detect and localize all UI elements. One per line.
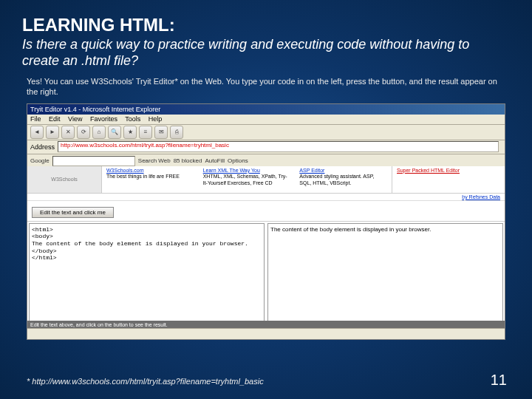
code-pane[interactable]: <html> <body> The content of the body el… [29, 223, 265, 324]
page-content: W3Schools W3Schools.com The best things … [27, 166, 505, 329]
back-button[interactable]: ◄ [30, 126, 44, 139]
col3-link[interactable]: ASP Editor [299, 168, 387, 174]
google-search-web[interactable]: Search Web [138, 157, 171, 164]
code-l5: </html> [32, 254, 262, 262]
code-l1: <html> [32, 226, 262, 233]
google-logo: Google [30, 157, 50, 164]
refresh-button[interactable]: ⟳ [77, 126, 90, 139]
col2-t1: XHTML, XML, Schemas, [203, 174, 260, 179]
menu-view[interactable]: View [68, 115, 82, 123]
stop-button[interactable]: ✕ [61, 126, 75, 139]
tagline[interactable]: by Refsnes Data [27, 194, 505, 201]
menu-file[interactable]: File [30, 115, 41, 123]
menu-edit[interactable]: Edit [49, 115, 61, 123]
google-blocked[interactable]: 85 blocked [174, 157, 202, 164]
menu-tools[interactable]: Tools [125, 115, 140, 123]
header-col-2: Learn XML The Way You XHTML, XML, Schema… [199, 166, 296, 193]
slide-description: Yes! You can use W3Schools' Tryit Editor… [27, 76, 510, 98]
mail-button[interactable]: ✉ [154, 126, 168, 139]
col2-link[interactable]: Learn XML The Way You [203, 168, 291, 174]
google-options[interactable]: Options [228, 157, 248, 164]
editor-button-bar: Edit the text and click me [27, 201, 505, 222]
history-button[interactable]: ≡ [139, 126, 152, 139]
slide-subtitle: Is there a quick way to practice writing… [22, 37, 510, 69]
browser-screenshot: Tryit Editor v1.4 - Microsoft Internet E… [27, 103, 505, 340]
search-button[interactable]: 🔍 [108, 126, 121, 139]
status-bar [27, 328, 505, 339]
col2-t3: Free CD [253, 180, 272, 185]
page-number: 11 [491, 372, 507, 389]
col1-link[interactable]: W3Schools.com [106, 168, 194, 174]
menu-help[interactable]: Help [149, 115, 163, 123]
footnote: * http://www.w3schools.com/html/tryit.as… [27, 377, 264, 386]
run-button[interactable]: Edit the text and click me [32, 207, 114, 218]
code-l4: </body> [32, 248, 262, 255]
header-col-1: W3Schools.com The best things in life ar… [102, 166, 199, 193]
col1-sub: The best things in life are FREE [106, 174, 180, 179]
favorites-button[interactable]: ★ [123, 126, 137, 139]
code-l3: The content of the body element is displ… [32, 240, 262, 248]
address-bar: Address http://www.w3schools.com/html/tr… [27, 140, 505, 154]
menu-favorites[interactable]: Favorites [90, 115, 117, 123]
home-button[interactable]: ⌂ [92, 126, 106, 139]
right-t3: suite. [397, 183, 500, 188]
header-image: W3Schools [27, 166, 102, 193]
code-l2: <body> [32, 233, 262, 240]
window-titlebar: Tryit Editor v1.4 - Microsoft Internet E… [27, 104, 505, 115]
url-input[interactable]: http://www.w3schools.com/html/tryit.asp?… [58, 141, 499, 152]
toolbar: ◄ ► ✕ ⟳ ⌂ 🔍 ★ ≡ ✉ ⎙ [27, 125, 505, 140]
print-button[interactable]: ⎙ [170, 126, 183, 139]
result-pane: The content of the body element is displ… [267, 223, 503, 324]
forward-button[interactable]: ► [46, 126, 59, 139]
menu-bar: File Edit View Favorites Tools Help [27, 115, 505, 125]
right-header[interactable]: Super Packed HTML Editor [397, 168, 460, 173]
editor-panes: <html> <body> The content of the body el… [27, 222, 505, 326]
slide-title: LEARNING HTML: [22, 15, 510, 35]
right-t2: XHTML. Pro/power-user tool [397, 178, 500, 183]
header-col-3: ASP Editor Advanced styling assistant. A… [295, 166, 392, 193]
address-label: Address [30, 143, 55, 151]
page-header: W3Schools W3Schools.com The best things … [27, 166, 505, 194]
google-search-input[interactable] [52, 156, 135, 166]
header-right: Super Packed HTML Editor Examines Facts:… [392, 166, 505, 193]
col3-t1: Advanced styling assistant. [299, 174, 361, 179]
right-t1: Examines Facts: CSS, JS, [397, 173, 500, 178]
google-autofill[interactable]: AutoFill [205, 157, 225, 164]
